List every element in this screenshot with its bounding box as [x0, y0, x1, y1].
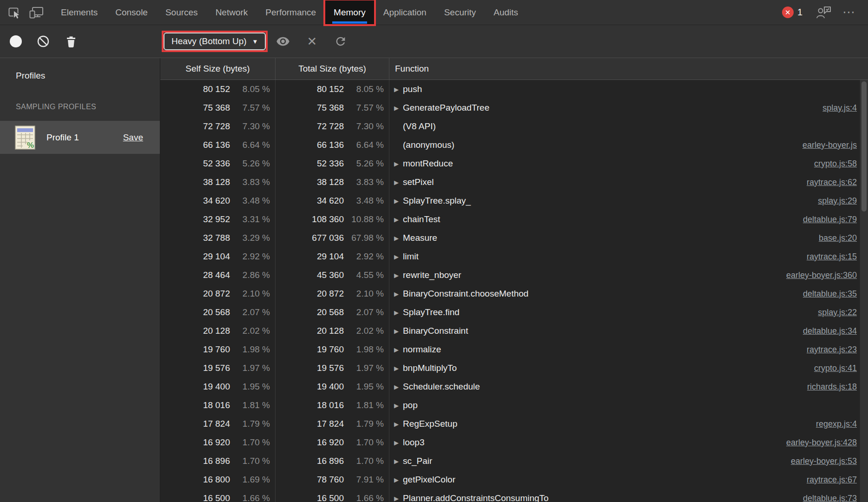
- profile-item[interactable]: % Profile 1 Save: [0, 121, 160, 154]
- table-row[interactable]: 19 576 1.97 % 19 576 1.97 % ▶ bnpMultipl…: [160, 359, 868, 377]
- table-row[interactable]: 16 920 1.70 % 16 920 1.70 % ▶ loop3 earl…: [160, 433, 868, 452]
- expand-arrow-icon[interactable]: ▶: [394, 476, 402, 483]
- table-row[interactable]: 38 128 3.83 % 38 128 3.83 % ▶ setPixel r…: [160, 173, 868, 192]
- expand-arrow-icon[interactable]: ▶: [394, 216, 402, 223]
- tab-application[interactable]: Application: [375, 0, 435, 25]
- feedback-person-icon[interactable]: [815, 4, 832, 21]
- table-row[interactable]: 16 500 1.66 % 16 500 1.66 % ▶ Planner.ad…: [160, 489, 868, 502]
- table-row[interactable]: 16 896 1.70 % 16 896 1.70 % ▶ sc_Pair ea…: [160, 452, 868, 470]
- table-row[interactable]: 17 824 1.79 % 17 824 1.79 % ▶ RegExpSetu…: [160, 415, 868, 433]
- tab-audits[interactable]: Audits: [485, 0, 527, 25]
- more-options-icon[interactable]: ⋯: [842, 6, 856, 19]
- source-link[interactable]: raytrace.js:15: [797, 252, 857, 262]
- source-link[interactable]: earley-boyer.js:360: [777, 271, 857, 280]
- expand-arrow-icon[interactable]: ▶: [394, 235, 402, 242]
- device-toolbar-icon[interactable]: [28, 4, 46, 21]
- table-row[interactable]: 72 728 7.30 % 72 728 7.30 % ▶ (V8 API): [160, 117, 868, 136]
- inspect-element-icon[interactable]: [6, 4, 23, 21]
- expand-arrow-icon[interactable]: ▶: [394, 458, 402, 465]
- source-link[interactable]: base.js:20: [809, 233, 857, 243]
- expand-arrow-icon[interactable]: ▶: [394, 383, 402, 390]
- source-link[interactable]: regexp.js:4: [807, 419, 857, 429]
- source-link[interactable]: deltablue.js:35: [794, 289, 857, 299]
- inspect-eye-icon[interactable]: [275, 33, 291, 49]
- tab-security[interactable]: Security: [435, 0, 485, 25]
- source-link[interactable]: raytrace.js:23: [797, 345, 857, 355]
- source-link[interactable]: splay.js:22: [809, 308, 857, 317]
- function-name: rewrite_nboyer: [403, 270, 461, 280]
- tab-sources[interactable]: Sources: [157, 0, 207, 25]
- expand-arrow-icon[interactable]: ▶: [394, 160, 402, 167]
- source-link[interactable]: splay.js:4: [813, 103, 857, 113]
- source-link[interactable]: richards.js:18: [798, 382, 857, 392]
- table-row[interactable]: 66 136 6.64 % 66 136 6.64 % ▶ (anonymous…: [160, 136, 868, 154]
- scrollbar-thumb[interactable]: [861, 81, 867, 211]
- vertical-scrollbar[interactable]: [860, 80, 868, 502]
- expand-arrow-icon[interactable]: ▶: [394, 439, 402, 446]
- table-row[interactable]: 20 568 2.07 % 20 568 2.07 % ▶ SplayTree.…: [160, 303, 868, 322]
- expand-arrow-icon[interactable]: ▶: [394, 365, 402, 372]
- expand-arrow-icon[interactable]: ▶: [394, 402, 402, 409]
- self-size-cell: 19 760 1.98 %: [160, 340, 276, 359]
- source-link[interactable]: earley-boyer.js:53: [782, 456, 857, 466]
- expand-arrow-icon[interactable]: ▶: [394, 291, 402, 297]
- table-row[interactable]: 32 788 3.29 % 677 036 67.98 % ▶ Measure …: [160, 229, 868, 247]
- refresh-icon[interactable]: [333, 33, 349, 49]
- table-row[interactable]: 28 464 2.86 % 45 360 4.55 % ▶ rewrite_nb…: [160, 266, 868, 284]
- source-link[interactable]: raytrace.js:62: [797, 178, 857, 187]
- column-header-total-size[interactable]: Total Size (bytes): [276, 58, 389, 79]
- view-mode-dropdown[interactable]: Heavy (Bottom Up) ▼: [164, 33, 266, 50]
- table-row[interactable]: 20 872 2.10 % 20 872 2.10 % ▶ BinaryCons…: [160, 284, 868, 303]
- table-row[interactable]: 29 104 2.92 % 29 104 2.92 % ▶ limit rayt…: [160, 247, 868, 266]
- expand-arrow-icon[interactable]: ▶: [394, 328, 402, 335]
- expand-arrow-icon[interactable]: ▶: [394, 495, 402, 502]
- expand-arrow-icon[interactable]: ▶: [394, 253, 402, 260]
- source-link[interactable]: deltablue.js:79: [794, 215, 857, 225]
- table-row[interactable]: 16 800 1.69 % 78 760 7.91 % ▶ getPixelCo…: [160, 470, 868, 489]
- tab-memory[interactable]: Memory: [325, 0, 375, 25]
- source-link[interactable]: earley-boyer.js:428: [777, 438, 857, 448]
- self-size-percent: 8.05 %: [230, 84, 275, 94]
- tab-network[interactable]: Network: [207, 0, 257, 25]
- source-link[interactable]: raytrace.js:67: [797, 475, 857, 485]
- table-row[interactable]: 75 368 7.57 % 75 368 7.57 % ▶ GeneratePa…: [160, 99, 868, 117]
- tab-performance[interactable]: Performance: [256, 0, 325, 25]
- expand-arrow-icon[interactable]: ▶: [394, 105, 402, 112]
- table-row[interactable]: 80 152 8.05 % 80 152 8.05 % ▶ push: [160, 80, 868, 99]
- table-row[interactable]: 34 620 3.48 % 34 620 3.48 % ▶ SplayTree.…: [160, 192, 868, 210]
- chevron-down-icon: ▼: [252, 38, 258, 45]
- column-header-function[interactable]: Function: [389, 58, 868, 79]
- tab-console[interactable]: Console: [106, 0, 157, 25]
- expand-arrow-icon[interactable]: ▶: [394, 309, 402, 316]
- table-row[interactable]: 20 128 2.02 % 20 128 2.02 % ▶ BinaryCons…: [160, 322, 868, 340]
- save-link[interactable]: Save: [123, 132, 143, 143]
- source-link[interactable]: crypto.js:58: [805, 159, 857, 169]
- close-icon[interactable]: ✕: [304, 33, 320, 49]
- table-row[interactable]: 18 016 1.81 % 18 016 1.81 % ▶ pop: [160, 396, 868, 415]
- expand-arrow-icon[interactable]: ▶: [394, 346, 402, 353]
- clear-all-profiles-icon[interactable]: [35, 33, 51, 49]
- source-link[interactable]: crypto.js:41: [805, 363, 857, 373]
- expand-arrow-icon[interactable]: ▶: [394, 86, 402, 93]
- source-link[interactable]: deltablue.js:73: [794, 494, 857, 502]
- delete-profile-trash-icon[interactable]: [63, 33, 79, 49]
- memory-toolbar: Heavy (Bottom Up) ▼ ✕: [0, 25, 868, 58]
- table-body: 80 152 8.05 % 80 152 8.05 % ▶ push 75 36…: [160, 80, 868, 502]
- source-link[interactable]: splay.js:29: [809, 196, 857, 206]
- source-link[interactable]: deltablue.js:34: [794, 326, 857, 336]
- record-heap-profile-button[interactable]: [10, 35, 22, 47]
- total-size-percent: 6.64 %: [344, 140, 389, 150]
- column-header-self-size[interactable]: Self Size (bytes): [160, 58, 276, 79]
- error-badge-icon[interactable]: ✕: [782, 7, 794, 18]
- table-row[interactable]: 32 952 3.31 % 108 360 10.88 % ▶ chainTes…: [160, 210, 868, 229]
- expand-arrow-icon[interactable]: ▶: [394, 179, 402, 186]
- source-link[interactable]: earley-boyer.js: [793, 140, 857, 150]
- expand-arrow-icon[interactable]: ▶: [394, 421, 402, 428]
- function-cell: ▶ GeneratePayloadTree splay.js:4: [389, 99, 868, 117]
- expand-arrow-icon[interactable]: ▶: [394, 198, 402, 205]
- expand-arrow-icon[interactable]: ▶: [394, 272, 402, 279]
- table-row[interactable]: 19 400 1.95 % 19 400 1.95 % ▶ Scheduler.…: [160, 377, 868, 396]
- table-row[interactable]: 19 760 1.98 % 19 760 1.98 % ▶ normalize …: [160, 340, 868, 359]
- table-row[interactable]: 52 336 5.26 % 52 336 5.26 % ▶ montReduce…: [160, 154, 868, 173]
- tab-elements[interactable]: Elements: [52, 0, 106, 25]
